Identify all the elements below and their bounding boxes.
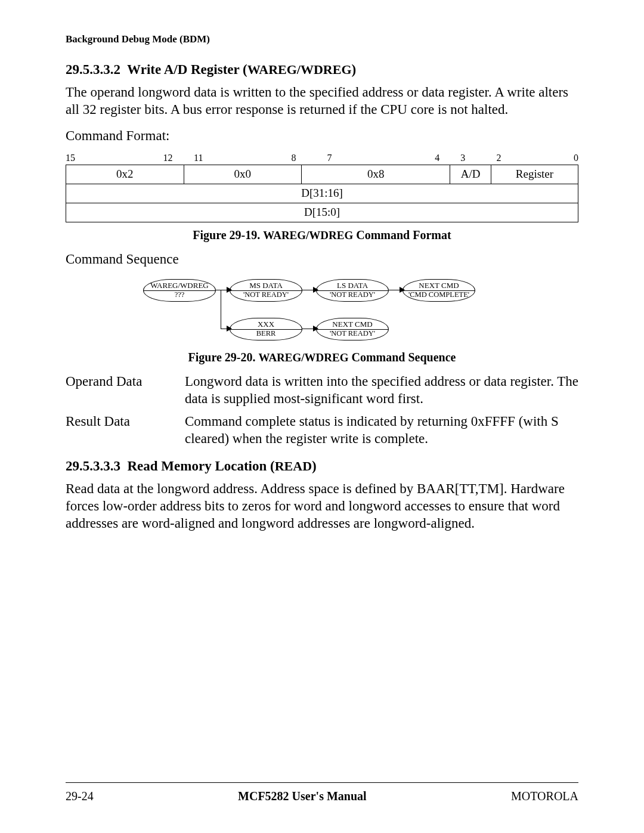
bubble-bot: ??? (144, 291, 215, 299)
bubble-wareg: WAREG/WDREG ??? (143, 279, 216, 302)
bit-label: 7 (327, 153, 332, 163)
arrow-head-icon (313, 326, 318, 332)
fig-sc: WAREG/WDREG (258, 351, 348, 364)
command-sequence-label: Command Sequence (66, 250, 578, 268)
section-title-part1: Read Memory Location ( (128, 459, 275, 473)
def-operand-data: Operand Data Longword data is written in… (66, 373, 578, 408)
def-desc: Command complete status is indicated by … (185, 413, 578, 448)
bubble-bot: 'NOT READY' (317, 291, 388, 299)
bit-cell: D[31:16] (66, 184, 578, 203)
bubble-top: MS DATA (230, 281, 302, 291)
bubble-top: XXX (230, 320, 302, 330)
bit-cell: 0x2 (66, 165, 184, 184)
bit-field-table: 15 12 11 8 7 4 3 2 0 0x2 0x0 0x8 A/D Reg… (66, 153, 578, 222)
table-row: D[31:16] (66, 184, 578, 203)
table-row: D[15:0] (66, 203, 578, 222)
def-desc: Longword data is written into the specif… (185, 373, 578, 408)
arrow-head-icon (313, 287, 318, 293)
bit-label: 0 (574, 153, 578, 163)
figure-caption-20: Figure 29-20. WAREG/WDREG Command Sequen… (66, 351, 578, 364)
figure-caption-19: Figure 29-19. WAREG/WDREG Command Format (66, 228, 578, 242)
table-row: 0x2 0x0 0x8 A/D Register (66, 165, 578, 184)
bubble-berr: XXX BERR (230, 318, 302, 340)
section-number: 29.5.3.3.3 (66, 459, 120, 473)
bubble-top: LS DATA (317, 281, 388, 291)
bubble-top: NEXT CMD (403, 281, 475, 291)
bit-label: 2 (496, 153, 501, 163)
bit-label: 11 (194, 153, 203, 163)
bit-label: 8 (291, 153, 296, 163)
bubble-nextcmd2: NEXT CMD 'NOT READY' (316, 318, 389, 340)
bubble-bot: 'CMD COMPLETE' (403, 291, 475, 299)
footer-company: MOTOROLA (511, 789, 578, 803)
fig-sc: WAREG/WDREG (263, 229, 353, 241)
def-term: Operand Data (66, 373, 185, 408)
section2-paragraph: Read data at the longword address. Addre… (66, 480, 578, 532)
bit-cell: 0x0 (184, 165, 302, 184)
fig-suffix: Command Format (353, 228, 451, 241)
section-title-close: ) (352, 62, 357, 77)
bubble-bot: BERR (230, 330, 302, 338)
bubble-nextcmd1: NEXT CMD 'CMD COMPLETE' (402, 279, 475, 302)
arrow-line (221, 290, 221, 329)
footer-manual-title: MCF5282 User's Manual (238, 789, 367, 803)
footer-page-number: 29-24 (66, 789, 94, 803)
bit-cell: Register (491, 165, 578, 184)
running-head: Background Debug Mode (BDM) (66, 33, 578, 45)
section-title-sc: WAREG/WDREG (247, 62, 352, 77)
def-result-data: Result Data Command complete status is i… (66, 413, 578, 448)
command-format-label: Command Format: (66, 127, 578, 144)
def-term: Result Data (66, 413, 185, 448)
bubble-bot: 'NOT READY' (230, 291, 302, 299)
bit-cell: D[15:0] (66, 203, 578, 222)
section-heading-read: 29.5.3.3.3 Read Memory Location (READ) (66, 459, 578, 474)
section-title-sc: READ (275, 459, 312, 473)
section1-paragraph: The operand longword data is written to … (66, 83, 578, 119)
footer-rule (66, 782, 578, 783)
bubble-top: NEXT CMD (317, 320, 388, 330)
bubble-msdata: MS DATA 'NOT READY' (230, 279, 302, 302)
fig-prefix: Figure 29-19. (193, 228, 263, 241)
fig-prefix: Figure 29-20. (188, 351, 259, 364)
bit-cell: A/D (450, 165, 491, 184)
section-heading-wareg: 29.5.3.3.2 Write A/D Register (WAREG/WDR… (66, 62, 578, 78)
bit-label: 12 (163, 153, 172, 163)
bit-label: 3 (460, 153, 465, 163)
bit-label: 15 (66, 153, 75, 163)
command-sequence-diagram: WAREG/WDREG ??? MS DATA 'NOT READY' LS D… (143, 279, 477, 345)
bit-label: 4 (435, 153, 439, 163)
bubble-bot: 'NOT READY' (317, 330, 388, 338)
bit-cell: 0x8 (302, 165, 450, 184)
arrow-head-icon (227, 287, 232, 293)
section-title-close: ) (312, 459, 317, 473)
section-number: 29.5.3.3.2 (66, 62, 120, 77)
bubble-lsdata: LS DATA 'NOT READY' (316, 279, 389, 302)
arrow-head-icon (227, 326, 232, 332)
arrow-head-icon (400, 287, 405, 293)
fig-suffix: Command Sequence (348, 351, 456, 364)
bit-positions: 15 12 11 8 7 4 3 2 0 (66, 153, 578, 165)
section-title-part1: Write A/D Register ( (127, 62, 247, 77)
page-footer: 29-24 MCF5282 User's Manual MOTOROLA (66, 789, 578, 803)
bubble-top: WAREG/WDREG (144, 281, 215, 291)
